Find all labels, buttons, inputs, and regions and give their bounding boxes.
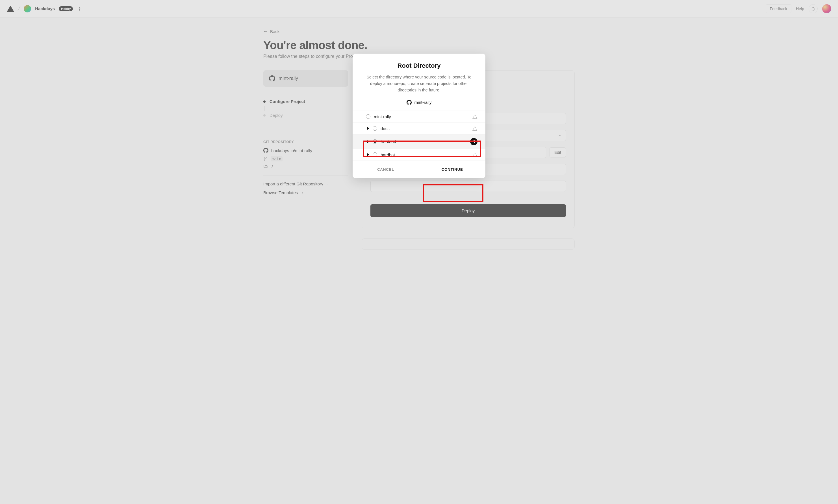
radio-icon (373, 126, 377, 131)
caret-right-icon (367, 127, 369, 130)
caret-right-icon (367, 153, 369, 156)
directory-list: mint-rally docs frontend N (353, 111, 485, 161)
radio-icon (373, 139, 377, 144)
caret-right-icon (367, 140, 369, 143)
modal-repo-name: mint-rally (414, 100, 432, 105)
radio-icon (366, 114, 371, 119)
framework-unknown-icon (473, 152, 478, 157)
modal-title: Root Directory (363, 62, 475, 69)
directory-label: frontend (380, 139, 466, 144)
modal-description: Select the directory where your source c… (363, 74, 475, 94)
root-directory-modal: Root Directory Select the directory wher… (353, 54, 485, 178)
directory-label: mint-rally (374, 114, 466, 119)
github-icon (407, 100, 412, 105)
directory-row-docs[interactable]: docs (353, 123, 485, 134)
directory-label: hardhat (380, 152, 466, 157)
radio-icon (373, 152, 377, 157)
directory-label: docs (380, 126, 466, 131)
modal-header: Root Directory Select the directory wher… (353, 54, 485, 111)
directory-row-hardhat[interactable]: hardhat (353, 149, 485, 161)
framework-unknown-icon (473, 114, 478, 119)
continue-button[interactable]: CONTINUE (419, 161, 486, 178)
modal-repo: mint-rally (363, 100, 475, 105)
directory-row-root[interactable]: mint-rally (353, 111, 485, 123)
modal-footer: CANCEL CONTINUE (353, 161, 485, 178)
cancel-button[interactable]: CANCEL (353, 161, 419, 178)
nextjs-icon: N (470, 138, 478, 145)
framework-unknown-icon (473, 126, 478, 131)
directory-row-frontend[interactable]: frontend N (353, 134, 485, 149)
